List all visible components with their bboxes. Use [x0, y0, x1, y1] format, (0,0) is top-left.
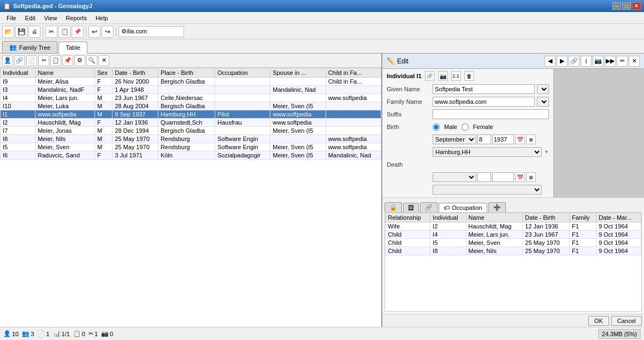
- table-row[interactable]: I7Meier, JonasM28 Dec 1994Bergisch Gladb…: [1, 127, 381, 135]
- relation-row[interactable]: WifeI2Hauschildt, Mag12 Jan 1936F19 Oct …: [386, 222, 641, 231]
- toolbar-open-btn[interactable]: 💾: [15, 26, 27, 38]
- death-month-select[interactable]: [433, 172, 476, 182]
- edit-photo-btn[interactable]: 📷: [593, 56, 604, 67]
- family-name-input[interactable]: [433, 97, 535, 107]
- table-row[interactable]: I2Hauschildt, MagF12 Jan 1936Quarnstedt,…: [1, 119, 381, 127]
- col-individual: Individual: [1, 68, 36, 78]
- table-row[interactable]: I1www.softpediaM8 Sep 1937Hamburg,HHPilo…: [1, 110, 381, 119]
- photo-delete-btn[interactable]: 🗑: [464, 71, 474, 81]
- relations-table-area[interactable]: Relationship Individual Name Date - Birt…: [385, 212, 642, 312]
- sex-female-label: Female: [473, 124, 493, 130]
- cancel-button[interactable]: Cancel: [611, 316, 642, 326]
- menu-reports[interactable]: Reports: [61, 14, 91, 22]
- edit-prev-btn[interactable]: ◀: [545, 56, 556, 67]
- death-year-input[interactable]: [492, 172, 514, 182]
- birth-date-row: September 📅 ⊗: [387, 134, 549, 145]
- edit-tab-add[interactable]: ➕: [488, 202, 506, 212]
- table-copy-btn[interactable]: 📋: [50, 55, 61, 66]
- relation-row[interactable]: ChildI5Meier, Sven25 May 1970F19 Oct 196…: [386, 239, 641, 247]
- toolbar-redo-btn[interactable]: ↪: [102, 26, 114, 38]
- birth-place-select[interactable]: Hamburg,HH: [433, 147, 542, 157]
- edit-tab-occupation[interactable]: 🏷 Occupation: [439, 203, 487, 212]
- table-add-person-btn[interactable]: 👤: [2, 55, 13, 66]
- edit-edit-btn[interactable]: ✏: [617, 56, 628, 67]
- toolbar-new-btn[interactable]: 📂: [2, 26, 14, 38]
- toolbar-search-input[interactable]: [119, 26, 184, 37]
- edit-id-btn[interactable]: I: [581, 56, 592, 67]
- menu-file[interactable]: File: [2, 14, 21, 22]
- suffix-input[interactable]: [433, 109, 549, 119]
- menu-help[interactable]: Help: [91, 14, 113, 22]
- death-place-select[interactable]: [433, 185, 542, 195]
- edit-tab-media[interactable]: 🖼: [403, 203, 419, 212]
- edit-next-btn[interactable]: ▶: [557, 56, 568, 67]
- page-ratio: 1/1: [62, 331, 70, 337]
- menu-edit[interactable]: Edit: [21, 14, 40, 22]
- toolbar-cut-btn[interactable]: ✂: [45, 26, 57, 38]
- death-clear-btn[interactable]: ⊗: [526, 172, 536, 182]
- rel-col-name: Name: [466, 213, 523, 222]
- toolbar-copy-btn[interactable]: 📋: [58, 26, 70, 38]
- death-calendar-btn[interactable]: 📅: [515, 172, 525, 182]
- individuals-table[interactable]: Individual Name Sex Date - Birth Place -…: [0, 68, 381, 327]
- table-paste-btn[interactable]: 📌: [62, 55, 73, 66]
- table-row[interactable]: I6Raduvcic, SandF3 Jul 1971KölnSozialpad…: [1, 151, 381, 160]
- birth-month-select[interactable]: September: [433, 134, 476, 144]
- table-row[interactable]: I8Meier, NilsM25 May 1970RendsburgSoftwa…: [1, 135, 381, 143]
- col-place-birth: Place - Birth: [158, 68, 215, 78]
- birth-clear-btn[interactable]: ⊗: [526, 134, 536, 144]
- birth-year-input[interactable]: [492, 134, 514, 144]
- page-ratio-icon: 📊: [53, 330, 61, 337]
- edit-tab-link[interactable]: 🔗: [420, 202, 438, 212]
- death-day-input[interactable]: [477, 172, 491, 182]
- table-row[interactable]: I9Meier, AlisaF26 Nov 2000Bergisch Gladb…: [1, 78, 381, 86]
- tab-table[interactable]: Table: [58, 42, 87, 54]
- individual-link-icon-btn[interactable]: 🔗: [425, 71, 435, 81]
- given-name-select[interactable]: [537, 84, 549, 94]
- relation-row[interactable]: ChildI8Meier, Nils25 May 1970F19 Oct 196…: [386, 247, 641, 255]
- families-count: 3: [31, 331, 34, 337]
- table-settings-btn[interactable]: ⚙: [74, 55, 85, 66]
- birth-day-input[interactable]: [477, 134, 491, 144]
- edit-tab-occupation-icon: 🏷: [444, 204, 450, 211]
- sex-female-radio[interactable]: [462, 124, 469, 131]
- individual-id-row: Individual I1 🔗 📷 1:1 🗑: [387, 71, 549, 81]
- toolbar-print-btn[interactable]: 🖨: [28, 26, 40, 38]
- edit-tab-photo[interactable]: 🔒: [385, 202, 402, 212]
- toolbar-paste-btn[interactable]: 📌: [72, 26, 84, 38]
- edit-link-btn[interactable]: 🔗: [569, 56, 580, 67]
- table-close-btn[interactable]: ✕: [98, 55, 109, 66]
- photo-ratio-btn[interactable]: 1:1: [451, 71, 461, 81]
- col-child: Child in Fa...: [326, 68, 381, 78]
- family-name-select[interactable]: [537, 97, 549, 107]
- ok-button[interactable]: OK: [588, 316, 609, 326]
- photo-add-btn[interactable]: 📷: [438, 71, 448, 81]
- birth-calendar-btn[interactable]: 📅: [515, 134, 525, 144]
- maximize-button[interactable]: □: [622, 2, 631, 10]
- minimize-button[interactable]: ─: [612, 2, 621, 10]
- given-name-input[interactable]: [433, 84, 535, 94]
- table-doc-btn[interactable]: 📄: [26, 55, 37, 66]
- table-row[interactable]: I3Mandalinic, NadFF1 Apr 1948Mandalinic,…: [1, 86, 381, 94]
- edit-forward-btn[interactable]: ▶▶: [605, 56, 616, 67]
- birth-date-fields: September 📅 ⊗: [433, 134, 536, 144]
- table-tab-label: Table: [66, 44, 80, 51]
- table-row[interactable]: I5Meier, SvenM25 May 1970RendsburgSoftwa…: [1, 143, 381, 151]
- table-row[interactable]: I10Meier, LukaM28 Aug 2004Bergisch Gladb…: [1, 102, 381, 110]
- close-button[interactable]: ✕: [632, 2, 641, 10]
- tabs-bar: 👥 Family Tree Table: [0, 39, 644, 54]
- sex-male-radio[interactable]: [433, 124, 440, 131]
- relation-row[interactable]: ChildI4Meier, Lars jun.23 Jun 1967F19 Oc…: [386, 231, 641, 239]
- edit-tab-link-icon: 🔗: [425, 204, 433, 211]
- tab-family-tree[interactable]: 👥 Family Tree: [2, 41, 57, 53]
- edit-close-btn[interactable]: ✕: [629, 56, 640, 67]
- edit-nav: ◀ ▶ 🔗 I 📷 ▶▶ ✏ ✕: [545, 56, 640, 67]
- birth-label: Birth: [387, 124, 430, 130]
- menu-view[interactable]: View: [40, 14, 62, 22]
- toolbar-undo-btn[interactable]: ↩: [88, 26, 101, 38]
- table-link-btn[interactable]: 🔗: [14, 55, 25, 66]
- table-search-btn[interactable]: 🔍: [86, 55, 97, 66]
- clipboard-count: 0: [82, 331, 85, 337]
- table-cut-btn[interactable]: ✂: [38, 55, 49, 66]
- table-row[interactable]: I4Meier, Lars jun.M23 Jun 1967Celle,Nied…: [1, 94, 381, 102]
